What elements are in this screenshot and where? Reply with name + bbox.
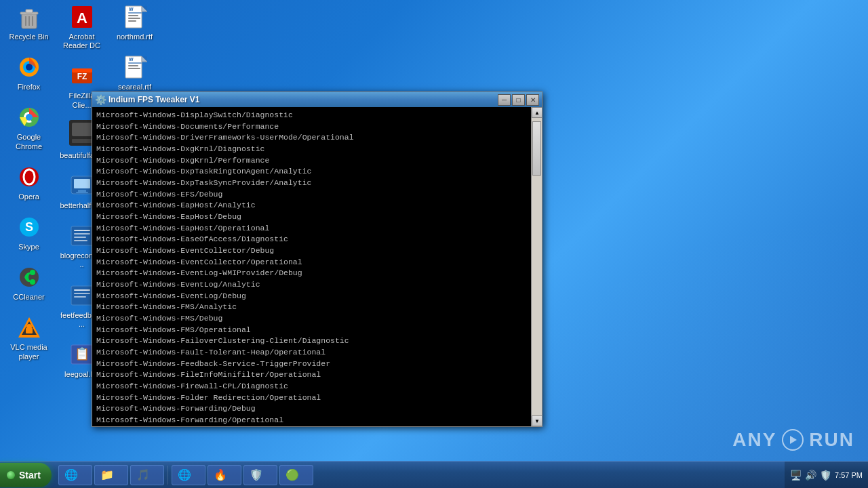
firefox-label: Firefox [18, 83, 41, 92]
svg-rect-36 [74, 230, 90, 231]
desktop-icon-acrobat[interactable]: A Acrobat Reader DC [56, 0, 107, 54]
terminal-line: Microsoft-Windows-Feedback-Service-Trigg… [96, 359, 527, 370]
skype-label: Skype [18, 243, 39, 251]
svg-text:S: S [24, 220, 33, 234]
start-button[interactable]: Start [0, 463, 52, 487]
firefox-icon [16, 54, 43, 81]
svg-rect-30 [72, 139, 92, 143]
desktop-icon-firefox[interactable]: Firefox [3, 50, 54, 95]
acrobat-label: Acrobat Reader DC [60, 33, 104, 50]
window-title-text: Indium FPS Tweaker V1 [108, 95, 498, 104]
taskbar-ie-button[interactable]: 🌐 [58, 465, 92, 485]
window-titlebar[interactable]: ⚙️ Indium FPS Tweaker V1 ─ □ ✕ [92, 92, 542, 107]
desktop-icon-col-1: Recycle Bin Firefox [3, 0, 54, 370]
svg-rect-40 [71, 286, 93, 305]
vlc-icon [16, 314, 43, 341]
desktop: Recycle Bin Firefox [0, 0, 868, 488]
terminal-line: Microsoft-Windows-EventLog/Debug [96, 291, 527, 302]
terminal-line: Microsoft-Windows-EFS/Debug [96, 189, 527, 201]
svg-point-16 [20, 268, 39, 287]
svg-rect-41 [74, 289, 90, 291]
northmd-label: northmd.rtf [117, 33, 153, 41]
terminal-line: Microsoft-Windows-EventCollector/Operati… [96, 257, 527, 268]
taskbar-explorer-button[interactable]: 📁 [94, 465, 128, 485]
desktop-icon-opera[interactable]: Opera [3, 160, 54, 205]
tray-network-icon[interactable]: 🖥️ [790, 470, 802, 481]
svg-rect-37 [74, 233, 90, 235]
svg-rect-42 [74, 293, 90, 294]
svg-rect-43 [74, 296, 86, 298]
svg-point-18 [30, 279, 35, 285]
taskbar-agent-button[interactable]: 🟢 [279, 465, 313, 485]
anyrun-text2: RUN [809, 429, 854, 451]
taskbar-avira-button[interactable]: 🛡️ [243, 465, 277, 485]
desktop-icon-vlc[interactable]: VLC media player [3, 310, 54, 364]
filezilla-icon: FZ [68, 62, 96, 89]
terminal-line: Microsoft-Windows-EapHost/Operational [96, 223, 527, 235]
desktop-icon-northmd[interactable]: W northmd.rtf [109, 0, 160, 45]
svg-point-8 [26, 64, 33, 70]
svg-text:A: A [77, 9, 87, 26]
desktop-icon-ccleaner[interactable]: CCleaner [3, 260, 54, 305]
tray-security-icon[interactable]: 🛡️ [820, 470, 831, 481]
svg-rect-39 [74, 240, 87, 241]
terminal-line: Microsoft-Windows-DxpTaskSyncProvider/An… [96, 178, 527, 189]
explorer-icon: 📁 [100, 468, 114, 481]
svg-text:📋: 📋 [75, 346, 90, 361]
anyrun-watermark: ANY RUN [732, 429, 854, 451]
maximize-button[interactable]: □ [512, 94, 525, 106]
recycle-bin-icon [16, 3, 43, 30]
terminal-line: Microsoft-Windows-EventLog/Analytic [96, 279, 527, 291]
terminal-line: Microsoft-Windows-EventLog-WMIProvider/D… [96, 268, 527, 279]
taskbar-wmp-button[interactable]: 🎵 [130, 465, 164, 485]
svg-rect-54 [125, 56, 142, 78]
svg-rect-57 [128, 62, 142, 64]
scroll-down-button[interactable]: ▼ [532, 415, 542, 426]
tray-volume-icon[interactable]: 🔊 [805, 470, 816, 481]
terminal-line: Microsoft-Windows-FMS/Analytic [96, 302, 527, 313]
taskbar-chrome-button[interactable]: 🌐 [172, 465, 205, 485]
taskbar-fire-button[interactable]: 🔥 [208, 465, 241, 485]
svg-text:W: W [129, 7, 134, 12]
scrollbar-track[interactable] [532, 118, 542, 415]
close-button[interactable]: ✕ [526, 94, 539, 106]
taskbar-fire-icon: 🔥 [214, 468, 227, 481]
svg-point-11 [26, 114, 33, 121]
opera-icon [16, 163, 43, 190]
terminal-line: Microsoft-Windows-EventCollector/Debug [96, 245, 527, 257]
terminal-line: Microsoft-Windows-EapHost/Analytic [96, 200, 527, 211]
desktop-icon-skype[interactable]: S Skype [3, 210, 54, 255]
terminal-line: Microsoft-Windows-Forwarding/Debug [96, 403, 527, 415]
ccleaner-label: CCleaner [13, 293, 44, 302]
svg-point-22 [26, 324, 32, 329]
terminal-line: Microsoft-Windows-DxpTaskRingtonAgent/An… [96, 166, 527, 178]
svg-rect-46 [125, 6, 142, 28]
scrollbar-thumb[interactable] [532, 121, 541, 176]
desktop-icon-seareal[interactable]: W seareal.rtf [109, 50, 160, 95]
taskbar-agent-icon: 🟢 [285, 468, 299, 481]
vlc-label: VLC media player [7, 343, 51, 361]
chrome-icon [16, 104, 43, 131]
taskbar-avira-icon: 🛡️ [250, 468, 263, 481]
taskbar-items: 🌐 📁 🎵 🌐 🔥 🛡️ 🟢 [55, 465, 785, 485]
terminal-line: Microsoft-Windows-FMS/Operational [96, 325, 527, 336]
wmp-icon: 🎵 [136, 468, 150, 481]
svg-rect-38 [74, 237, 86, 238]
scroll-up-button[interactable]: ▲ [532, 107, 542, 118]
taskbar-chrome-icon: 🌐 [178, 468, 191, 481]
desktop-icon-recycle-bin[interactable]: Recycle Bin [3, 0, 54, 45]
desktop-icon-chrome[interactable]: Google Chrome [3, 100, 54, 154]
svg-rect-35 [71, 226, 93, 245]
scrollbar[interactable]: ▲ ▼ [531, 107, 542, 426]
minimize-button[interactable]: ─ [498, 94, 511, 106]
skype-icon: S [16, 214, 43, 241]
window-content: Microsoft-Windows-DisplaySwitch/Diagnost… [92, 107, 542, 426]
ccleaner-icon [16, 264, 43, 291]
anyrun-text: ANY [732, 429, 776, 451]
system-tray: 🖥️ 🔊 🛡️ 7:57 PM [785, 462, 868, 488]
opera-label: Opera [18, 192, 39, 201]
chrome-label: Google Chrome [7, 133, 51, 150]
terminal-line: Microsoft-Windows-Fault-Tolerant-Heap/Op… [96, 347, 527, 359]
svg-rect-49 [128, 12, 142, 14]
window-title-icon: ⚙️ [95, 94, 106, 105]
